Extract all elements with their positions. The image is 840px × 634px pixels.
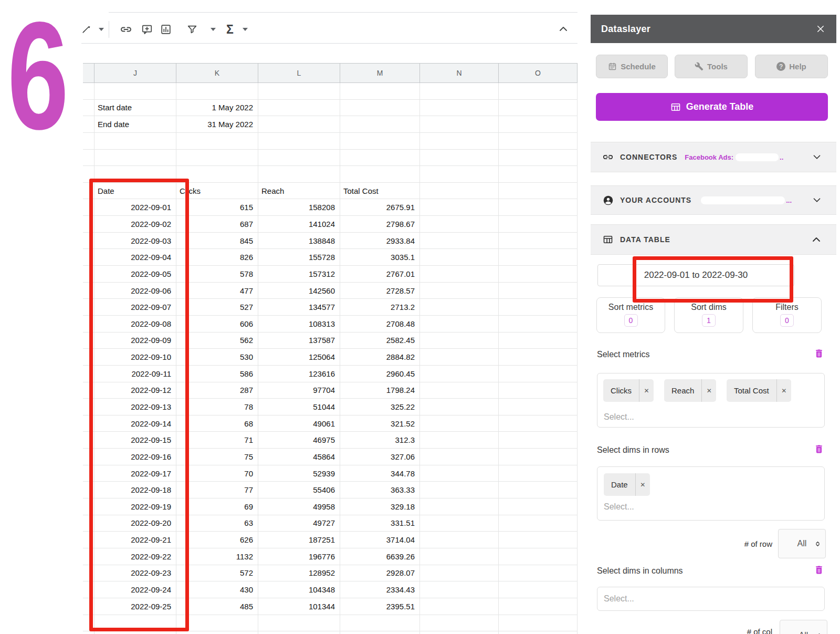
sheet-cell[interactable]: 2022-09-06 — [94, 283, 176, 299]
sheet-cell[interactable]: 287 — [176, 382, 258, 399]
dims-cols-trash-icon[interactable] — [813, 564, 825, 576]
sheet-cell[interactable]: Start date — [94, 100, 176, 116]
sheet-cell[interactable]: 578 — [176, 266, 258, 282]
sheet-cell[interactable] — [83, 316, 94, 332]
sheet-cell[interactable] — [420, 465, 499, 482]
chevron-down-icon[interactable] — [811, 151, 823, 163]
sheet-cell[interactable]: 477 — [176, 283, 258, 299]
sheet-cell[interactable]: 2022-09-08 — [94, 316, 176, 332]
sheet-cell[interactable]: 2022-09-21 — [94, 532, 176, 548]
sheet-cell[interactable] — [83, 415, 94, 432]
sheet-cell[interactable]: 187251 — [258, 532, 340, 548]
sheet-cell[interactable]: Clicks — [176, 183, 258, 199]
sheet-cell[interactable]: 155728 — [258, 249, 340, 265]
select-metrics-box[interactable]: Select... Clicks✕Reach✕Total Cost✕ — [597, 373, 825, 428]
metrics-trash-icon[interactable] — [813, 348, 825, 359]
sheet-cell[interactable] — [340, 166, 420, 182]
select-dims-rows-box[interactable]: Select... Date✕ — [597, 466, 825, 521]
sheet-cell[interactable]: 128952 — [258, 565, 340, 581]
sheet-cell[interactable]: 2022-09-22 — [94, 548, 176, 565]
sheet-cell[interactable] — [420, 631, 499, 634]
sheet-cell[interactable] — [420, 581, 499, 598]
sheet-cell[interactable] — [499, 316, 578, 332]
spinner-icon[interactable] — [816, 632, 823, 634]
sheet-cell[interactable]: 123616 — [258, 366, 340, 382]
sheet-cell[interactable] — [420, 266, 499, 282]
sheet-cell[interactable] — [176, 83, 258, 99]
generate-table-button[interactable]: Generate Table — [596, 93, 828, 121]
chip-remove-icon[interactable]: ✕ — [701, 379, 716, 402]
column-header[interactable]: O — [499, 64, 578, 82]
sheet-cell[interactable] — [83, 366, 94, 382]
sheet-cell[interactable] — [499, 183, 578, 199]
column-header[interactable]: J — [94, 64, 176, 82]
sheet-cell[interactable]: 485 — [176, 598, 258, 615]
sheet-cell[interactable] — [499, 581, 578, 598]
sheet-cell[interactable]: 2022-09-14 — [94, 415, 176, 432]
sheet-cell[interactable]: 615 — [176, 199, 258, 215]
sheet-cell[interactable] — [258, 116, 340, 132]
sheet-cell[interactable] — [499, 465, 578, 482]
sheet-cell[interactable] — [176, 133, 258, 149]
sheet-cell[interactable] — [83, 166, 94, 182]
sheet-cell[interactable]: 2022-09-24 — [94, 581, 176, 598]
sheet-cell[interactable]: 68 — [176, 415, 258, 432]
sheet-cell[interactable]: 2022-09-11 — [94, 366, 176, 382]
sheet-cell[interactable] — [499, 100, 578, 116]
sheet-cell[interactable]: 2728.57 — [340, 283, 420, 299]
dims-cols-placeholder[interactable]: Select... — [604, 594, 634, 604]
column-header[interactable]: N — [420, 64, 499, 82]
sheet-cell[interactable]: 2960.45 — [340, 366, 420, 382]
sheet-cell[interactable]: 2022-09-25 — [94, 598, 176, 615]
sheet-cell[interactable] — [83, 515, 94, 532]
sheet-cell[interactable]: 108313 — [258, 316, 340, 332]
metrics-placeholder[interactable]: Select... — [604, 412, 634, 422]
sheet-cell[interactable] — [83, 482, 94, 498]
sheet-cell[interactable] — [83, 399, 94, 415]
sheet-cell[interactable] — [499, 233, 578, 249]
section-data-table[interactable]: DATA TABLE — [591, 224, 836, 255]
sheet-cell[interactable] — [499, 366, 578, 382]
num-rows-select[interactable]: All — [778, 529, 826, 558]
sheet-cell[interactable] — [83, 249, 94, 265]
sort-box-sort-dims[interactable]: Sort dims1 — [674, 297, 743, 333]
sheet-cell[interactable] — [420, 349, 499, 365]
sheet-cell[interactable] — [83, 100, 94, 116]
sheet-cell[interactable] — [420, 482, 499, 498]
sheet-cell[interactable]: 97704 — [258, 382, 340, 399]
sheet-cell[interactable] — [420, 598, 499, 615]
sheet-cell[interactable]: 586 — [176, 366, 258, 382]
sheet-cell[interactable]: 2022-09-19 — [94, 498, 176, 515]
sheet-cell[interactable]: 2713.2 — [340, 299, 420, 315]
sheet-cell[interactable] — [420, 432, 499, 448]
sheet-cell[interactable] — [83, 382, 94, 399]
sheet-cell[interactable] — [420, 100, 499, 116]
sheet-cell[interactable] — [258, 100, 340, 116]
sheet-cell[interactable] — [83, 565, 94, 581]
sheet-cell[interactable] — [258, 83, 340, 99]
sheet-cell[interactable]: 321.52 — [340, 415, 420, 432]
sheet-cell[interactable]: 2022-09-09 — [94, 332, 176, 349]
sheet-cell[interactable]: 141024 — [258, 216, 340, 232]
sheet-cell[interactable] — [499, 166, 578, 182]
functions-icon[interactable]: Σ — [223, 22, 237, 37]
chip-clicks[interactable]: Clicks✕ — [603, 379, 654, 402]
insert-link-icon[interactable] — [119, 22, 133, 37]
sheet-cell[interactable] — [420, 216, 499, 232]
sheet-cell[interactable]: 2582.45 — [340, 332, 420, 349]
sheet-cell[interactable] — [420, 366, 499, 382]
sheet-cell[interactable] — [83, 631, 94, 634]
panel-button-help[interactable]: ?Help — [755, 55, 828, 78]
sheet-cell[interactable] — [499, 266, 578, 282]
sheet-cell[interactable]: 138848 — [258, 233, 340, 249]
pen-icon[interactable] — [79, 22, 93, 37]
close-icon[interactable] — [814, 23, 827, 35]
sheet-cell[interactable] — [258, 133, 340, 149]
sort-box-filters[interactable]: Filters0 — [752, 297, 822, 333]
sheet-cell[interactable]: 158208 — [258, 199, 340, 215]
sheet-cell[interactable]: 3714.04 — [340, 532, 420, 548]
chip-reach[interactable]: Reach✕ — [664, 379, 716, 402]
sheet-cell[interactable]: 2022-09-15 — [94, 432, 176, 448]
sheet-cell[interactable]: 101344 — [258, 598, 340, 615]
sheet-cell[interactable]: 430 — [176, 581, 258, 598]
